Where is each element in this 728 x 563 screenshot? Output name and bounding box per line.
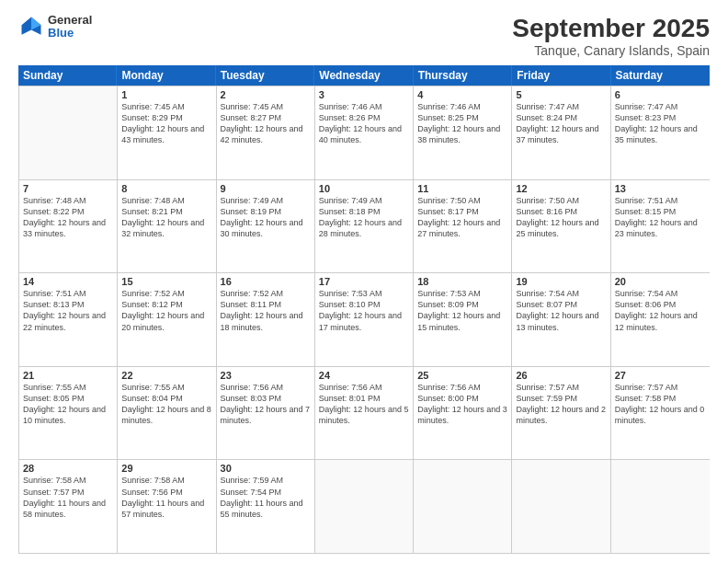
day-number: 21	[23, 370, 113, 381]
cell-info: Sunrise: 7:45 AMSunset: 8:29 PMDaylight:…	[121, 101, 211, 146]
cell-info: Sunrise: 7:54 AMSunset: 8:06 PMDaylight:…	[615, 288, 706, 333]
page: General Blue September 2025 Tanque, Cana…	[0, 0, 728, 563]
cell-info: Sunrise: 7:51 AMSunset: 8:15 PMDaylight:…	[615, 195, 706, 240]
calendar-cell: 29Sunrise: 7:58 AMSunset: 7:56 PMDayligh…	[118, 460, 216, 553]
logo-blue: Blue	[48, 27, 92, 40]
calendar-cell	[414, 460, 512, 553]
calendar-cell: 7Sunrise: 7:48 AMSunset: 8:22 PMDaylight…	[19, 180, 118, 273]
day-number: 12	[516, 183, 606, 194]
calendar-cell: 22Sunrise: 7:55 AMSunset: 8:04 PMDayligh…	[118, 367, 216, 460]
calendar-cell: 25Sunrise: 7:56 AMSunset: 8:00 PMDayligh…	[414, 367, 512, 460]
cell-info: Sunrise: 7:56 AMSunset: 8:01 PMDaylight:…	[319, 382, 409, 427]
calendar-row: 21Sunrise: 7:55 AMSunset: 8:05 PMDayligh…	[19, 366, 710, 460]
calendar-cell: 1Sunrise: 7:45 AMSunset: 8:29 PMDaylight…	[118, 86, 216, 179]
calendar: SundayMondayTuesdayWednesdayThursdayFrid…	[18, 65, 710, 554]
day-number: 7	[23, 183, 113, 194]
weekday-header: Tuesday	[216, 65, 314, 86]
calendar-cell: 8Sunrise: 7:48 AMSunset: 8:21 PMDaylight…	[118, 180, 216, 273]
calendar-cell	[611, 460, 710, 553]
calendar-row: 28Sunrise: 7:58 AMSunset: 7:57 PMDayligh…	[19, 459, 710, 553]
cell-info: Sunrise: 7:56 AMSunset: 8:00 PMDaylight:…	[417, 382, 507, 427]
cell-info: Sunrise: 7:55 AMSunset: 8:04 PMDaylight:…	[121, 382, 211, 427]
day-number: 17	[319, 276, 409, 287]
cell-info: Sunrise: 7:51 AMSunset: 8:13 PMDaylight:…	[23, 288, 113, 333]
day-number: 20	[615, 276, 706, 287]
calendar-row: 14Sunrise: 7:51 AMSunset: 8:13 PMDayligh…	[19, 272, 710, 366]
day-number: 4	[417, 89, 507, 100]
logo-general: General	[48, 14, 92, 27]
weekday-header: Friday	[512, 65, 610, 86]
day-number: 6	[615, 89, 706, 100]
cell-info: Sunrise: 7:55 AMSunset: 8:05 PMDaylight:…	[23, 382, 113, 427]
weekday-header: Saturday	[611, 65, 710, 86]
day-number: 22	[121, 370, 211, 381]
day-number: 27	[615, 370, 706, 381]
day-number: 26	[516, 370, 606, 381]
cell-info: Sunrise: 7:50 AMSunset: 8:16 PMDaylight:…	[516, 195, 606, 240]
calendar-cell: 3Sunrise: 7:46 AMSunset: 8:26 PMDaylight…	[315, 86, 414, 179]
day-number: 13	[615, 183, 706, 194]
cell-info: Sunrise: 7:53 AMSunset: 8:10 PMDaylight:…	[319, 288, 409, 333]
day-number: 10	[319, 183, 409, 194]
day-number: 5	[516, 89, 606, 100]
header: General Blue September 2025 Tanque, Cana…	[18, 14, 710, 58]
calendar-cell: 30Sunrise: 7:59 AMSunset: 7:54 PMDayligh…	[217, 460, 315, 553]
cell-info: Sunrise: 7:58 AMSunset: 7:57 PMDaylight:…	[23, 475, 113, 520]
calendar-row: 1Sunrise: 7:45 AMSunset: 8:29 PMDaylight…	[19, 86, 710, 179]
day-number: 2	[221, 89, 311, 100]
calendar-cell	[512, 460, 610, 553]
weekday-header: Thursday	[414, 65, 512, 86]
logo-text: General Blue	[48, 14, 92, 40]
cell-info: Sunrise: 7:59 AMSunset: 7:54 PMDaylight:…	[221, 475, 311, 520]
day-number: 18	[417, 276, 507, 287]
calendar-cell: 17Sunrise: 7:53 AMSunset: 8:10 PMDayligh…	[315, 273, 414, 366]
calendar-cell: 16Sunrise: 7:52 AMSunset: 8:11 PMDayligh…	[217, 273, 315, 366]
calendar-cell: 12Sunrise: 7:50 AMSunset: 8:16 PMDayligh…	[512, 180, 610, 273]
day-number: 8	[121, 183, 211, 194]
calendar-body: 1Sunrise: 7:45 AMSunset: 8:29 PMDaylight…	[18, 86, 710, 554]
calendar-cell: 10Sunrise: 7:49 AMSunset: 8:18 PMDayligh…	[315, 180, 414, 273]
calendar-header: SundayMondayTuesdayWednesdayThursdayFrid…	[18, 65, 710, 86]
day-number: 25	[417, 370, 507, 381]
cell-info: Sunrise: 7:50 AMSunset: 8:17 PMDaylight:…	[417, 195, 507, 240]
cell-info: Sunrise: 7:52 AMSunset: 8:12 PMDaylight:…	[121, 288, 211, 333]
cell-info: Sunrise: 7:49 AMSunset: 8:19 PMDaylight:…	[221, 195, 311, 240]
day-number: 19	[516, 276, 606, 287]
calendar-cell: 26Sunrise: 7:57 AMSunset: 7:59 PMDayligh…	[512, 367, 610, 460]
title-block: September 2025 Tanque, Canary Islands, S…	[512, 14, 710, 58]
calendar-cell: 15Sunrise: 7:52 AMSunset: 8:12 PMDayligh…	[118, 273, 216, 366]
calendar-cell: 27Sunrise: 7:57 AMSunset: 7:58 PMDayligh…	[611, 367, 710, 460]
cell-info: Sunrise: 7:46 AMSunset: 8:25 PMDaylight:…	[417, 101, 507, 146]
weekday-header: Wednesday	[314, 65, 413, 86]
cell-info: Sunrise: 7:54 AMSunset: 8:07 PMDaylight:…	[516, 288, 606, 333]
cell-info: Sunrise: 7:48 AMSunset: 8:21 PMDaylight:…	[121, 195, 211, 240]
main-title: September 2025	[512, 14, 710, 43]
calendar-cell: 21Sunrise: 7:55 AMSunset: 8:05 PMDayligh…	[19, 367, 118, 460]
day-number: 3	[319, 89, 409, 100]
calendar-cell: 20Sunrise: 7:54 AMSunset: 8:06 PMDayligh…	[611, 273, 710, 366]
logo-icon	[18, 14, 44, 40]
day-number: 30	[221, 463, 311, 474]
cell-info: Sunrise: 7:56 AMSunset: 8:03 PMDaylight:…	[221, 382, 311, 427]
logo: General Blue	[18, 14, 92, 40]
cell-info: Sunrise: 7:58 AMSunset: 7:56 PMDaylight:…	[121, 475, 211, 520]
calendar-cell: 13Sunrise: 7:51 AMSunset: 8:15 PMDayligh…	[611, 180, 710, 273]
calendar-cell	[315, 460, 414, 553]
cell-info: Sunrise: 7:52 AMSunset: 8:11 PMDaylight:…	[221, 288, 311, 333]
calendar-cell: 14Sunrise: 7:51 AMSunset: 8:13 PMDayligh…	[19, 273, 118, 366]
calendar-cell: 2Sunrise: 7:45 AMSunset: 8:27 PMDaylight…	[217, 86, 315, 179]
calendar-cell	[19, 86, 118, 179]
day-number: 29	[121, 463, 211, 474]
subtitle: Tanque, Canary Islands, Spain	[512, 43, 710, 58]
day-number: 16	[221, 276, 311, 287]
cell-info: Sunrise: 7:57 AMSunset: 7:58 PMDaylight:…	[615, 382, 706, 427]
day-number: 28	[23, 463, 113, 474]
calendar-cell: 24Sunrise: 7:56 AMSunset: 8:01 PMDayligh…	[315, 367, 414, 460]
cell-info: Sunrise: 7:49 AMSunset: 8:18 PMDaylight:…	[319, 195, 409, 240]
calendar-cell: 6Sunrise: 7:47 AMSunset: 8:23 PMDaylight…	[611, 86, 710, 179]
calendar-cell: 9Sunrise: 7:49 AMSunset: 8:19 PMDaylight…	[217, 180, 315, 273]
cell-info: Sunrise: 7:48 AMSunset: 8:22 PMDaylight:…	[23, 195, 113, 240]
day-number: 1	[121, 89, 211, 100]
day-number: 15	[121, 276, 211, 287]
weekday-header: Monday	[117, 65, 215, 86]
